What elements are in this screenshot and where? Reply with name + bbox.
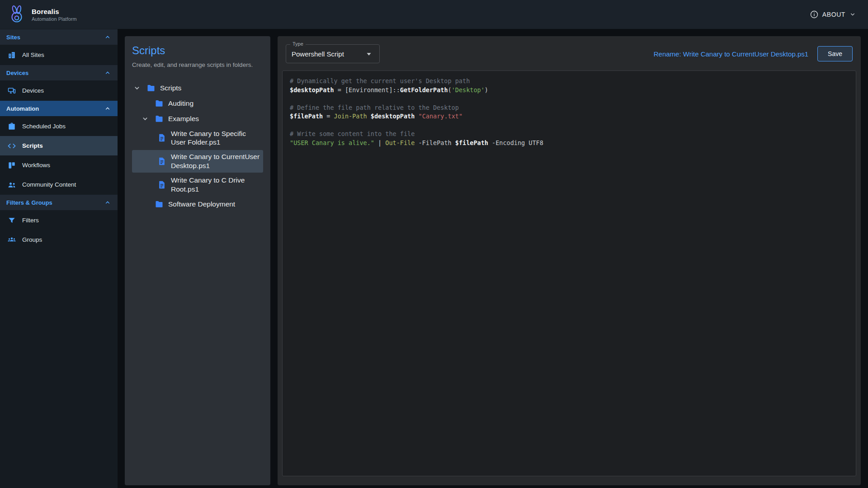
borealis-logo <box>6 4 27 25</box>
about-label: ABOUT <box>822 11 845 18</box>
sidebar-item-label: Community Content <box>22 181 76 188</box>
sidebar-item-workflows[interactable]: Workflows <box>0 155 118 175</box>
sidebar-item-groups[interactable]: Groups <box>0 230 118 249</box>
code-line: # Define the file path relative to the D… <box>290 103 849 113</box>
community-content-icon <box>7 180 16 189</box>
workflows-icon <box>7 161 16 170</box>
sidebar-section-sites[interactable]: Sites <box>0 29 118 45</box>
tree-item-label: Scripts <box>160 84 181 93</box>
sidebar-item-filters[interactable]: Filters <box>0 211 118 230</box>
file-icon <box>157 133 166 142</box>
code-editor[interactable]: # Dynamically get the current user's Des… <box>282 70 856 476</box>
info-icon <box>810 10 819 19</box>
scheduled-jobs-icon <box>7 122 16 131</box>
brand: Borealis Automation Platform <box>6 4 77 25</box>
type-select-value: Powershell Script <box>292 50 344 58</box>
chevron-down-icon <box>132 83 142 93</box>
sidebar-item-label: Scheduled Jobs <box>22 123 66 130</box>
type-select-label: Type <box>290 41 306 47</box>
brand-text: Borealis Automation Platform <box>32 8 77 22</box>
folder-icon <box>146 84 156 93</box>
tree-item-label: Examples <box>168 114 199 123</box>
tree-file-write-canary-to-c-drive-root-ps1[interactable]: Write Canary to C Drive Root.ps1 <box>132 174 263 196</box>
tree-folder-software-deployment[interactable]: Software Deployment <box>132 197 263 211</box>
groups-icon <box>7 235 16 244</box>
sidebar-item-all-sites[interactable]: All Sites <box>0 45 118 65</box>
top-bar: Borealis Automation Platform ABOUT <box>0 0 868 29</box>
tree-file-write-canary-to-currentuser-desktop-ps1[interactable]: Write Canary to CurrentUser Desktop.ps1 <box>132 150 263 173</box>
tree-folder-scripts[interactable]: Scripts <box>132 81 263 95</box>
brand-subtitle: Automation Platform <box>32 16 77 22</box>
chevron-up-icon <box>104 105 111 112</box>
sidebar-section-label: Automation <box>6 105 39 112</box>
sidebar-item-label: Groups <box>22 236 42 243</box>
tree-item-label: Write Canary to C Drive Root.ps1 <box>171 176 260 194</box>
about-menu[interactable]: ABOUT <box>810 10 856 19</box>
sidebar-section-label: Filters & Groups <box>6 199 52 206</box>
file-icon <box>157 180 166 189</box>
scripts-tree: ScriptsAuditingExamplesWrite Canary to S… <box>132 81 263 212</box>
dropdown-caret-icon <box>364 49 374 59</box>
scripts-panel-subtitle: Create, edit, and rearrange scripts in f… <box>132 61 263 69</box>
code-line: "USER Canary is alive." | Out-File -File… <box>290 139 849 148</box>
folder-icon <box>155 99 164 108</box>
folder-icon <box>155 114 164 123</box>
script-type-select[interactable]: Type Powershell Script <box>286 44 380 63</box>
devices-icon <box>7 86 16 95</box>
toolbar-right: Rename: Write Canary to CurrentUser Desk… <box>654 46 853 61</box>
code-line: # Write some content into the file <box>290 130 849 139</box>
sidebar-item-label: Devices <box>22 87 44 94</box>
scripts-panel-title: Scripts <box>132 44 263 57</box>
sidebar-item-label: Scripts <box>22 142 43 149</box>
code-line: # Dynamically get the current user's Des… <box>290 77 849 86</box>
editor-toolbar: Type Powershell Script Rename: Write Can… <box>282 42 856 70</box>
sidebar-item-scheduled-jobs[interactable]: Scheduled Jobs <box>0 117 118 136</box>
tree-folder-examples[interactable]: Examples <box>132 112 263 126</box>
filter-icon <box>7 216 16 225</box>
chevron-up-icon <box>104 69 111 76</box>
sidebar-section-filters-groups[interactable]: Filters & Groups <box>0 195 118 210</box>
main-row: SitesAll SitesDevicesDevicesAutomationSc… <box>0 29 868 488</box>
tree-item-label: Software Deployment <box>168 200 235 209</box>
tree-item-label: Write Canary to CurrentUser Desktop.ps1 <box>171 152 260 170</box>
sidebar-section-devices[interactable]: Devices <box>0 65 118 80</box>
sidebar-item-label: Workflows <box>22 162 50 169</box>
sidebar-section-label: Sites <box>6 34 20 41</box>
chevron-down-icon <box>140 114 150 124</box>
file-icon <box>157 157 166 166</box>
sidebar-item-devices[interactable]: Devices <box>0 81 118 100</box>
chevron-up-icon <box>104 33 111 41</box>
tree-file-write-canary-to-specific-user-folder-ps1[interactable]: Write Canary to Specific User Folder.ps1 <box>132 127 263 150</box>
tree-item-label: Auditing <box>168 99 193 108</box>
sidebar-item-scripts[interactable]: Scripts <box>0 136 118 155</box>
sidebar-section-label: Devices <box>6 70 28 76</box>
brand-name: Borealis <box>32 8 77 15</box>
tree-folder-auditing[interactable]: Auditing <box>132 96 263 111</box>
sidebar-item-community-content[interactable]: Community Content <box>0 175 118 194</box>
code-icon <box>7 141 16 150</box>
sidebar-item-label: Filters <box>22 217 39 224</box>
code-line: $desktopPath = [Environment]::GetFolderP… <box>290 86 849 95</box>
sidebar: SitesAll SitesDevicesDevicesAutomationSc… <box>0 29 118 488</box>
folder-icon <box>155 200 164 209</box>
chevron-up-icon <box>104 199 111 206</box>
code-line <box>290 94 849 103</box>
code-line: $filePath = Join-Path $desktopPath "Cana… <box>290 112 849 121</box>
all-sites-icon <box>7 51 16 60</box>
sidebar-section-automation[interactable]: Automation <box>0 101 118 116</box>
rename-link[interactable]: Rename: Write Canary to CurrentUser Desk… <box>654 50 808 58</box>
chevron-down-icon <box>849 11 856 18</box>
tree-item-label: Write Canary to Specific User Folder.ps1 <box>171 129 260 147</box>
content-area: Scripts Create, edit, and rearrange scri… <box>118 29 868 488</box>
save-button[interactable]: Save <box>817 46 853 61</box>
code-line <box>290 121 849 130</box>
scripts-panel: Scripts Create, edit, and rearrange scri… <box>125 36 270 485</box>
sidebar-item-label: All Sites <box>22 52 44 58</box>
editor-panel: Type Powershell Script Rename: Write Can… <box>278 36 861 485</box>
